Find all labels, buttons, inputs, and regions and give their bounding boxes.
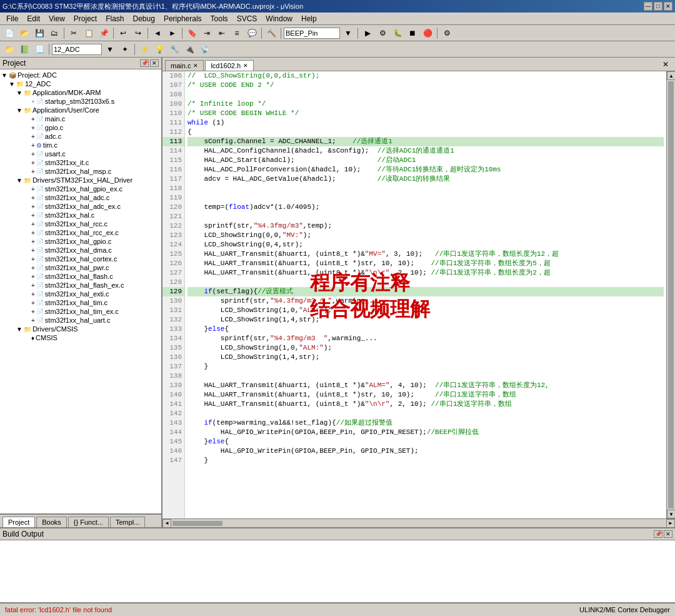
- h-scroll-left-button[interactable]: ◄: [162, 519, 171, 528]
- build-output-close-button[interactable]: ✕: [664, 530, 672, 538]
- outdent-button[interactable]: ⇤: [215, 27, 229, 39]
- tree-item-hal-rcc-ex[interactable]: + 📄 stm32f1xx_hal_rcc_ex.c: [1, 228, 160, 237]
- tree-item-hal[interactable]: + 📄 stm32f1xx_hal.c: [1, 211, 160, 220]
- run-button[interactable]: 🔴: [421, 27, 434, 39]
- close-button[interactable]: ✕: [664, 2, 672, 11]
- btab-functions[interactable]: {} Funct...: [68, 517, 109, 527]
- debug-button[interactable]: 🐛: [391, 27, 404, 39]
- build-output-pin-button[interactable]: 📌: [654, 530, 662, 538]
- tab-lcd1602-close[interactable]: ✕: [243, 63, 248, 69]
- save-button[interactable]: 💾: [32, 27, 46, 39]
- tree-item-hal-dma[interactable]: + 📄 stm32f1xx_hal_dma.c: [1, 246, 160, 255]
- project-button[interactable]: 📁: [2, 43, 16, 56]
- settings-button[interactable]: ⚙: [440, 27, 454, 39]
- menu-project[interactable]: Project: [70, 13, 101, 24]
- maximize-button[interactable]: □: [654, 2, 662, 11]
- flash4-button[interactable]: 🔌: [182, 43, 196, 56]
- panel-close-button[interactable]: ✕: [150, 59, 159, 67]
- save-all-button[interactable]: 🗂: [48, 27, 61, 39]
- tree-item-hal-uart[interactable]: + 📄 stm32f1xx_hal_uart.c: [1, 316, 160, 325]
- tree-item-hal-exti[interactable]: + 📄 stm32f1xx_hal_exti.c: [1, 290, 160, 298]
- tree-item-app-mdk[interactable]: ▼ 📁 Application/MDK-ARM: [1, 88, 160, 97]
- tree-item-project[interactable]: ▼ 📦 Project: ADC: [1, 71, 160, 79]
- tree-item-hal-pwr[interactable]: + 📄 stm32f1xx_hal_pwr.c: [1, 263, 160, 272]
- flash2-button[interactable]: 💡: [152, 43, 166, 56]
- copy-button[interactable]: 📋: [82, 27, 96, 39]
- comment-button[interactable]: 💬: [245, 27, 259, 39]
- tree-item-hal-gpio[interactable]: + 📄 stm32f1xx_hal_gpio.c: [1, 237, 160, 246]
- tree-item-drivers[interactable]: ▼ 📁 Drivers/STM32F1xx_HAL_Driver: [1, 176, 160, 184]
- menu-window[interactable]: Window: [262, 13, 296, 24]
- book-button[interactable]: 📗: [18, 43, 31, 56]
- tree-item-itc[interactable]: + 📄 stm32f1xx_it.c: [1, 158, 160, 167]
- tab-mainc[interactable]: main.c ✕: [165, 60, 204, 71]
- beep-pin-input[interactable]: [284, 28, 340, 39]
- code-content[interactable]: // LCD_ShowString(0,0,dis_str); /* USER …: [185, 71, 666, 518]
- format-button[interactable]: ≡: [230, 27, 244, 39]
- rebuild-button[interactable]: ⚙: [376, 27, 389, 39]
- btab-project[interactable]: Project: [2, 517, 35, 527]
- menu-debug[interactable]: Debug: [129, 13, 159, 24]
- panel-pin-button[interactable]: 📌: [140, 59, 149, 67]
- menu-flash[interactable]: Flash: [102, 13, 128, 24]
- menu-svcs[interactable]: SVCS: [233, 13, 261, 24]
- menu-peripherals[interactable]: Peripherals: [160, 13, 206, 24]
- wizard-button[interactable]: ✦: [118, 43, 132, 56]
- tree-item-mainc[interactable]: + 📄 main.c: [1, 114, 160, 123]
- menu-edit[interactable]: Edit: [23, 13, 44, 24]
- tree-item-hal-tim[interactable]: + 📄 stm32f1xx_hal_tim.c: [1, 298, 160, 307]
- menu-view[interactable]: View: [45, 13, 69, 24]
- tree-item-hal-tim-ex[interactable]: + 📄 stm32f1xx_hal_tim_ex.c: [1, 307, 160, 316]
- flash5-button[interactable]: 📡: [198, 43, 211, 56]
- new-file-button[interactable]: 📄: [2, 27, 16, 39]
- btab-books[interactable]: Books: [36, 517, 67, 527]
- tree-item-hal-adc[interactable]: + 📄 stm32f1xx_hal_adc.c: [1, 193, 160, 202]
- tab-lcd1602[interactable]: lcd1602.h ✕: [205, 60, 254, 71]
- tree-item-gpio-ex[interactable]: + 📄 stm32f1xx_hal_gpio_ex.c: [1, 184, 160, 193]
- h-scroll-right-button[interactable]: ►: [666, 519, 675, 528]
- project-name-dropdown[interactable]: ▼: [103, 43, 117, 56]
- open-file-button[interactable]: 📂: [18, 27, 31, 39]
- tree-item-app-user[interactable]: ▼ 📁 Application/User/Core: [1, 106, 160, 114]
- tree-item-hal-flash[interactable]: + 📄 stm32f1xx_hal_flash.c: [1, 272, 160, 281]
- tree-item-cmsis-folder[interactable]: ▼ 📁 Drivers/CMSIS: [1, 325, 160, 333]
- redo-button[interactable]: ↪: [131, 27, 145, 39]
- tree-item-hal-flash-ex[interactable]: + 📄 stm32f1xx_hal_flash_ex.c: [1, 281, 160, 290]
- tree-item-mspc[interactable]: + 📄 stm32f1xx_hal_msp.c: [1, 167, 160, 176]
- tree-item-usartc[interactable]: + 📄 usart.c: [1, 149, 160, 158]
- pin-dropdown-button[interactable]: ▼: [341, 27, 355, 39]
- scroll-up-button[interactable]: ▲: [667, 71, 675, 80]
- minimize-button[interactable]: —: [644, 2, 652, 11]
- menu-help[interactable]: Help: [298, 13, 321, 24]
- undo-button[interactable]: ↩: [116, 27, 130, 39]
- bookmark-button[interactable]: 🔖: [185, 27, 199, 39]
- tree-item-hal-cortex[interactable]: + 📄 stm32f1xx_hal_cortex.c: [1, 255, 160, 263]
- tree-item-startup[interactable]: + 📄 startup_stm32f103x6.s: [1, 97, 160, 106]
- h-scroll-thumb[interactable]: [172, 521, 222, 526]
- tree-item-hal-rcc[interactable]: + 📄 stm32f1xx_hal_rcc.c: [1, 220, 160, 228]
- tree-item-hal-adc-ex[interactable]: + 📄 stm32f1xx_hal_adc_ex.c: [1, 202, 160, 211]
- indent-button[interactable]: ⇥: [200, 27, 214, 39]
- tree-item-adcc[interactable]: + 📄 adc.c: [1, 132, 160, 141]
- cut-button[interactable]: ✂: [67, 27, 81, 39]
- paste-button[interactable]: 📌: [97, 27, 111, 39]
- editor-close-button[interactable]: ✕: [659, 58, 672, 71]
- menu-file[interactable]: File: [2, 13, 22, 24]
- scroll-down-button[interactable]: ▼: [667, 510, 675, 518]
- tab-mainc-close[interactable]: ✕: [193, 63, 198, 69]
- tree-item-12adc[interactable]: ▼ 📁 12_ADC: [1, 79, 160, 88]
- menu-tools[interactable]: Tools: [207, 13, 232, 24]
- tree-item-timc[interactable]: + ⚙ tim.c: [1, 141, 160, 149]
- nav-back-button[interactable]: ◄: [151, 27, 164, 39]
- tree-item-gpioc[interactable]: + 📄 gpio.c: [1, 123, 160, 132]
- build-target-button[interactable]: 🔨: [264, 27, 278, 39]
- scroll-thumb[interactable]: [668, 81, 674, 508]
- tree-item-cmsis[interactable]: ♦ CMSIS: [1, 333, 160, 342]
- btab-templates[interactable]: Templ...: [110, 517, 146, 527]
- flash1-button[interactable]: ⚡: [138, 43, 151, 56]
- nav-fwd-button[interactable]: ►: [166, 27, 179, 39]
- build-button[interactable]: ▶: [361, 27, 374, 39]
- project-name-input[interactable]: [52, 44, 102, 55]
- flash3-button[interactable]: 🔧: [168, 43, 181, 56]
- stop-button[interactable]: ⏹: [406, 27, 419, 39]
